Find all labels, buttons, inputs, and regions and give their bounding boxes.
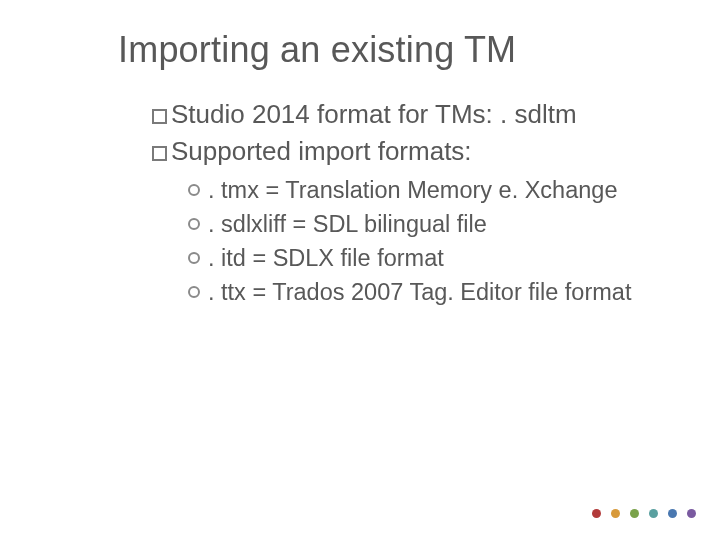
slide: Importing an existing TM Studio 2014 for…	[0, 0, 720, 540]
dot-icon	[611, 509, 620, 518]
list-item: Studio 2014 format for TMs: . sdltm	[152, 97, 720, 132]
ring-bullet-icon	[188, 286, 200, 298]
list-item: . sdlxliff = SDL bilingual file	[188, 209, 720, 241]
ring-bullet-icon	[188, 218, 200, 230]
list-item-text: . itd = SDLX file format	[208, 245, 444, 271]
list-item: . tmx = Translation Memory e. Xchange	[188, 175, 720, 207]
dot-icon	[687, 509, 696, 518]
dot-icon	[630, 509, 639, 518]
dot-icon	[592, 509, 601, 518]
list-item: . ttx = Trados 2007 Tag. Editor file for…	[188, 277, 720, 309]
ring-bullet-icon	[188, 252, 200, 264]
list-item-text: Supported import formats:	[171, 136, 472, 166]
decorative-dots	[592, 509, 696, 518]
list-item-text: . tmx = Translation Memory e. Xchange	[208, 177, 617, 203]
square-bullet-icon	[152, 109, 167, 124]
slide-title: Importing an existing TM	[118, 28, 720, 71]
ring-bullet-icon	[188, 184, 200, 196]
top-bullet-list: Studio 2014 format for TMs: . sdltm Supp…	[152, 97, 720, 169]
sub-bullet-list: . tmx = Translation Memory e. Xchange . …	[188, 175, 720, 308]
dot-icon	[649, 509, 658, 518]
list-item: . itd = SDLX file format	[188, 243, 720, 275]
list-item-text: Studio 2014 format for TMs: . sdltm	[171, 99, 577, 129]
dot-icon	[668, 509, 677, 518]
list-item-text: . ttx = Trados 2007 Tag. Editor file for…	[208, 279, 631, 305]
square-bullet-icon	[152, 146, 167, 161]
list-item-text: . sdlxliff = SDL bilingual file	[208, 211, 487, 237]
list-item: Supported import formats:	[152, 134, 720, 169]
